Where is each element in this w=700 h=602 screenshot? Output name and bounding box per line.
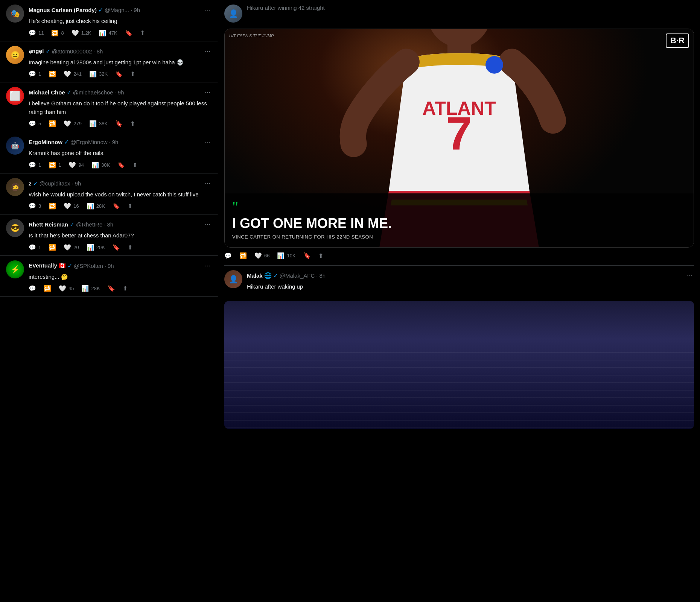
- verified-michael: ✓: [67, 89, 72, 96]
- share-action-magnus[interactable]: ⬆: [140, 29, 145, 36]
- views-icon-z: 📊: [87, 202, 94, 210]
- retweet-action-eventually[interactable]: 🔁: [44, 285, 51, 292]
- more-button-z[interactable]: ···: [203, 178, 212, 189]
- reply-action-ergo[interactable]: 💬 1: [29, 161, 41, 169]
- share-icon-z: ⬆: [128, 202, 132, 210]
- retweet-icon-z: 🔁: [49, 202, 56, 210]
- retweet-action-z[interactable]: 🔁: [49, 202, 56, 210]
- username-rhett: Rhett Reisman: [29, 221, 68, 228]
- more-button-rhett[interactable]: ···: [203, 219, 212, 230]
- time-rhett: 8h: [107, 221, 113, 228]
- share-action-ergo[interactable]: ⬆: [132, 161, 137, 169]
- retweet-action-michael[interactable]: 🔁: [49, 120, 56, 127]
- share-action-angel[interactable]: ⬆: [130, 70, 135, 78]
- bookmark-action-hikaru[interactable]: 🔖: [303, 252, 311, 259]
- more-button-magnus[interactable]: ···: [203, 5, 212, 15]
- bookmark-action-angel[interactable]: 🔖: [115, 70, 123, 78]
- bookmark-action-eventually[interactable]: 🔖: [108, 285, 115, 292]
- tweet-header-rhett: Rhett Reisman ✓ @RhettRe · 8h ···: [29, 219, 212, 230]
- tweet-content-eventually: EVentually 🇨🇦 ✓ @SPKolten · 9h ··· inter…: [29, 260, 212, 292]
- reply-action-z[interactable]: 💬 3: [29, 202, 41, 210]
- more-button-malak[interactable]: ···: [685, 270, 694, 281]
- retweet-action-magnus[interactable]: 🔁 8: [51, 29, 64, 36]
- bookmark-action-ergo[interactable]: 🔖: [117, 161, 125, 169]
- views-action-ergo[interactable]: 📊 30K: [91, 161, 110, 169]
- share-icon-eventually: ⬆: [123, 285, 128, 292]
- handle-angel: @atom0000002: [52, 48, 92, 55]
- like-count-angel: 241: [73, 71, 82, 77]
- handle-ergo: @ErgoMinnow: [70, 139, 108, 145]
- time-angel: 8h: [97, 48, 103, 55]
- verified-z: ✓: [33, 180, 38, 187]
- like-action-eventually[interactable]: 🤍 45: [59, 285, 74, 292]
- username-z: z: [29, 180, 32, 187]
- more-button-eventually[interactable]: ···: [203, 260, 212, 271]
- reply-icon-angel: 💬: [29, 70, 36, 78]
- tweet-rhett: 😎 Rhett Reisman ✓ @RhettRe · 8h ··· Is i…: [0, 214, 218, 256]
- reply-icon-hikaru: 💬: [224, 252, 232, 259]
- views-action-hikaru[interactable]: 📊 10K: [277, 252, 295, 259]
- share-icon-angel: ⬆: [130, 70, 135, 78]
- reply-action-eventually[interactable]: 💬: [29, 285, 36, 292]
- views-action-rhett[interactable]: 📊 20K: [87, 244, 105, 251]
- reply-icon-z: 💬: [29, 202, 36, 210]
- tweet-text-angel: Imagine beating al 2800s and just gettin…: [29, 58, 212, 67]
- retweet-action-angel[interactable]: 🔁: [49, 70, 56, 78]
- username-angel: ạngẹl: [29, 48, 44, 55]
- reply-count-michael: 5: [38, 121, 41, 126]
- tweet-text-z: Wish he would upload the vods on twitch,…: [29, 190, 212, 199]
- hikaru-header-text: Hikaru after winning 42 straight: [247, 5, 325, 11]
- views-action-magnus[interactable]: 📊 47K: [99, 29, 117, 36]
- retweet-action-rhett[interactable]: 🔁: [49, 244, 56, 251]
- share-action-z[interactable]: ⬆: [128, 202, 132, 210]
- bookmark-action-z[interactable]: 🔖: [113, 202, 120, 210]
- like-action-michael[interactable]: 🤍 279: [64, 120, 82, 127]
- like-count-hikaru: 66: [264, 253, 269, 258]
- bookmark-action-rhett[interactable]: 🔖: [113, 244, 120, 251]
- verified-ergo: ✓: [64, 138, 69, 146]
- views-action-michael[interactable]: 📊 38K: [89, 120, 108, 127]
- more-button-ergo[interactable]: ···: [203, 137, 212, 147]
- malak-globe-icon: 🌐: [264, 272, 272, 279]
- retweet-action-ergo[interactable]: 🔁 1: [49, 161, 61, 169]
- reply-action-rhett[interactable]: 💬 1: [29, 244, 41, 251]
- share-action-eventually[interactable]: ⬆: [123, 285, 128, 292]
- reply-count-z: 3: [38, 203, 41, 209]
- views-action-eventually[interactable]: 📊 28K: [81, 285, 100, 292]
- like-action-z[interactable]: 🤍 16: [64, 202, 79, 210]
- malak-video-thumbnail[interactable]: [224, 301, 694, 429]
- bookmark-action-michael[interactable]: 🔖: [115, 120, 123, 127]
- time-michael: 9h: [118, 89, 124, 96]
- more-button-michael[interactable]: ···: [203, 87, 212, 98]
- verified-magnus: ✓: [98, 6, 103, 14]
- more-button-angel[interactable]: ···: [203, 46, 212, 57]
- views-action-angel[interactable]: 📊 32K: [89, 70, 108, 78]
- retweet-icon-angel: 🔁: [49, 70, 56, 78]
- reply-action-magnus[interactable]: 💬 11: [29, 29, 44, 36]
- reply-icon-eventually: 💬: [29, 285, 36, 292]
- share-action-hikaru[interactable]: ⬆: [318, 252, 323, 259]
- like-count-eventually: 45: [68, 286, 74, 291]
- share-action-michael[interactable]: ⬆: [130, 120, 135, 127]
- like-action-hikaru[interactable]: 🤍 66: [254, 252, 269, 259]
- share-action-rhett[interactable]: ⬆: [128, 244, 132, 251]
- like-action-magnus[interactable]: 🤍 1.2K: [72, 29, 91, 36]
- bookmark-action-magnus[interactable]: 🔖: [125, 29, 132, 36]
- reply-action-michael[interactable]: 💬 5: [29, 120, 41, 127]
- br-quote-text: I GOT ONE MORE IN ME.: [232, 216, 686, 231]
- username-ergo: ErgoMinnow: [29, 139, 62, 145]
- like-action-ergo[interactable]: 🤍 94: [68, 161, 84, 169]
- like-action-angel[interactable]: 🤍 241: [64, 70, 82, 78]
- like-action-rhett[interactable]: 🤍 20: [64, 244, 79, 251]
- reply-icon-rhett: 💬: [29, 244, 36, 251]
- views-action-z[interactable]: 📊 28K: [87, 202, 105, 210]
- tweet-content-ergo: ErgoMinnow ✓ @ErgoMinnow · 9h ··· Kramni…: [29, 137, 212, 169]
- bookmark-icon-michael: 🔖: [115, 120, 123, 127]
- retweet-action-hikaru[interactable]: 🔁: [239, 252, 247, 259]
- reply-action-hikaru[interactable]: 💬: [224, 252, 232, 259]
- like-icon-angel: 🤍: [64, 70, 71, 78]
- retweet-count-magnus: 8: [61, 30, 64, 36]
- hikaru-tweet-actions: 💬 🔁 🤍 66 📊 10K 🔖 ⬆: [224, 248, 694, 261]
- handle-malak: @Malak_AFC: [280, 272, 315, 279]
- reply-action-angel[interactable]: 💬 1: [29, 70, 41, 78]
